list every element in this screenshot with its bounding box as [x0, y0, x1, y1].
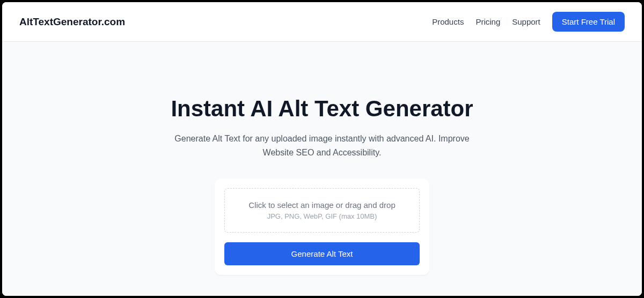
header: AltTextGenerator.com Products Pricing Su…: [2, 2, 642, 42]
upload-card: Click to select an image or drag and dro…: [215, 178, 429, 275]
main-nav: Products Pricing Support Start Free Tria…: [432, 12, 625, 32]
logo[interactable]: AltTextGenerator.com: [19, 16, 125, 28]
app-frame: AltTextGenerator.com Products Pricing Su…: [2, 2, 642, 296]
nav-products[interactable]: Products: [432, 17, 464, 26]
image-dropzone[interactable]: Click to select an image or drag and dro…: [224, 188, 420, 233]
main-content: Instant AI Alt Text Generator Generate A…: [2, 42, 642, 296]
dropzone-instruction: Click to select an image or drag and dro…: [231, 200, 413, 210]
nav-pricing[interactable]: Pricing: [475, 17, 500, 26]
hero-title: Instant AI Alt Text Generator: [171, 95, 473, 122]
hero-subtitle: Generate Alt Text for any uploaded image…: [174, 132, 470, 159]
dropzone-formats: JPG, PNG, WebP, GIF (max 10MB): [231, 212, 413, 220]
generate-button[interactable]: Generate Alt Text: [224, 242, 420, 265]
start-trial-button[interactable]: Start Free Trial: [552, 12, 625, 32]
nav-support[interactable]: Support: [512, 17, 540, 26]
